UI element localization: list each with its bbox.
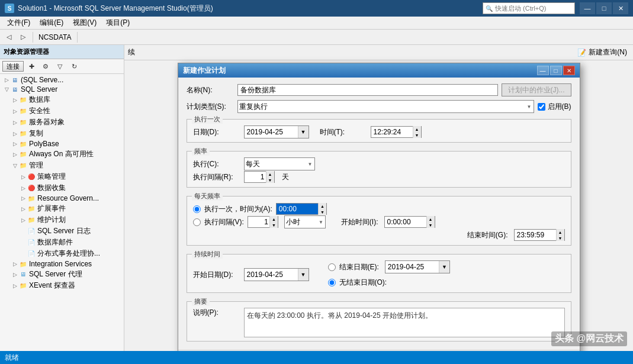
start-time-down-button[interactable]: ▼ [426,222,435,228]
desc-textarea[interactable]: 在每天的 23:00:00 执行。将从 2019-04-25 开始使用计划。 [244,308,565,337]
sidebar-btn-2[interactable]: ⚙ [39,60,52,72]
maximize-button[interactable]: □ [596,2,612,14]
sidebar-item-management[interactable]: ▽ 📁 管理 [0,160,124,171]
interval-down-button[interactable]: ▼ [269,222,278,228]
date-input[interactable] [245,126,298,138]
sidebar-refresh-button[interactable]: ↻ [68,60,81,72]
start-time-wrapper: ▲ ▼ [384,216,435,228]
exec-interval-input[interactable] [245,172,266,182]
tree-label: 安全性 [29,106,50,116]
time-down-button[interactable]: ▼ [413,132,421,138]
expand-icon: ▷ [2,76,11,84]
date-dropdown-button[interactable]: ▼ [298,126,309,138]
menu-edit[interactable]: 编辑(E) [35,17,68,29]
minimize-button[interactable]: — [580,2,595,14]
once-time-input[interactable] [277,204,318,214]
sidebar-item-sql-log[interactable]: 📄 SQL Server 日志 [0,226,124,237]
dialog-maximize-button[interactable]: □ [550,66,562,75]
sidebar-item-integration[interactable]: ▷ 📁 Integration Services [0,259,124,269]
toolbar-sep-2 [77,32,78,43]
expand-icon [19,239,27,247]
window-controls: — □ ✕ [580,2,628,14]
sidebar-item-polybase[interactable]: ▷ 📁 PolyBase [0,139,124,149]
enabled-checkbox[interactable] [538,103,545,111]
time-up-button[interactable]: ▲ [413,126,421,132]
sidebar-item-server-obj[interactable]: ▷ 📁 服务器对象 [0,117,124,128]
start-time-up-button[interactable]: ▲ [426,216,435,222]
server-icon: 🖥 [11,85,19,94]
menu-file[interactable]: 文件(F) [2,17,35,29]
close-button[interactable]: ✕ [613,2,628,14]
end-time-wrapper: ▲ ▼ [514,229,565,241]
sidebar-item-security[interactable]: ▷ 📁 安全性 [0,105,124,117]
toolbar-btn-1[interactable]: ◁ [2,31,15,43]
once-down-button[interactable]: ▼ [318,209,326,215]
menu-view[interactable]: 视图(V) [68,17,101,29]
toolbar-btn-2[interactable]: ▷ [17,31,30,43]
quick-search-bar[interactable]: 🔍 [483,2,575,14]
sidebar-item-dist-tx[interactable]: 📄 分布式事务处理协... [0,248,124,259]
end-time-down-button[interactable]: ▼ [556,235,564,241]
daily-freq-title: 每天频率 [192,192,223,201]
once-time-spin-buttons: ▲ ▼ [318,203,326,215]
interval-input[interactable] [248,217,269,227]
exec-select[interactable]: 每天每周每月 [244,157,315,170]
sidebar-item-databases[interactable]: ▷ 📁 数据库 [0,94,124,105]
sidebar-item-policy[interactable]: ▷ 🔴 策略管理 [0,171,124,182]
folder-icon: 📁 [27,194,36,202]
sidebar-item-xevent[interactable]: ▷ 📁 XEvent 探查器 [0,280,124,291]
summary-content: 说明(P): 在每天的 23:00:00 执行。将从 2019-04-25 开始… [193,305,565,337]
end-date-input[interactable] [385,261,439,273]
sidebar-item-replication[interactable]: ▷ 📁 复制 [0,128,124,139]
menu-project[interactable]: 项目(P) [101,17,134,29]
spinbox-up-button[interactable]: ▲ [266,171,274,177]
sidebar-item-server2[interactable]: ▽ 🖥 SQL Server [0,85,124,94]
sidebar-item-sql-agent[interactable]: ▷ 🖥 SQL Server 代理 [0,269,124,280]
time-input[interactable] [371,127,413,137]
content-area: 对象资源管理器 连接 ✚ ⚙ ▽ ↻ ▷ 🖥 (SQL Serve... ▽ 🖥 [0,45,633,351]
schedule-type-select[interactable]: 重复执行 执行一次 SQL Server 代理启动时自动启动 CPU 空闲时启动 [237,100,534,113]
expand-icon: ▷ [11,107,19,115]
sidebar-item-ext-events[interactable]: ▷ 📁 扩展事件 [0,203,124,214]
interval-up-button[interactable]: ▲ [269,216,278,222]
sidebar-item-maint-plans[interactable]: ▷ 📁 维护计划 [0,214,124,226]
end-date-dropdown-button[interactable]: ▼ [439,261,449,273]
sidebar-btn-1[interactable]: ✚ [25,60,38,72]
once-up-button[interactable]: ▲ [318,203,326,209]
end-time-input[interactable] [515,230,556,240]
end-time-up-button[interactable]: ▲ [556,229,564,235]
dialog-minimize-button[interactable]: — [537,66,549,75]
once-radio[interactable] [193,205,201,213]
jobs-button[interactable]: 计划中的作业(J)... [502,83,571,96]
connect-button[interactable]: 连接 [2,61,24,72]
spinbox-down-button[interactable]: ▼ [266,177,274,183]
start-date-input[interactable] [245,269,298,281]
end-date-radio[interactable] [328,263,336,271]
duration-section: 持续时间 开始日期(D): ▼ [187,254,571,293]
status-text: 就绪 [5,353,19,363]
name-input[interactable] [237,84,498,96]
sidebar-item-always-on[interactable]: ▷ 📁 Always On 高可用性 [0,149,124,160]
interval-unit-select[interactable]: 小时分钟秒 [284,215,326,228]
date-label: 日期(D): [193,127,240,137]
sidebar: 对象资源管理器 连接 ✚ ⚙ ▽ ↻ ▷ 🖥 (SQL Serve... ▽ 🖥 [0,45,124,351]
mail-icon: 📄 [27,239,36,247]
summary-section: 摘要 说明(P): 在每天的 23:00:00 执行。将从 2019-04-25… [187,301,571,342]
sidebar-item-db-mail[interactable]: 📄 数据库邮件 [0,237,124,248]
tree-label: 数据库 [29,95,50,105]
dialog-close-button[interactable]: ✕ [563,66,575,75]
sidebar-item-resource-gov[interactable]: ▷ 📁 Resource Govern... [0,194,124,203]
start-time-input[interactable] [385,217,426,227]
sidebar-btn-3[interactable]: ▽ [53,60,66,72]
folder-icon: 📁 [19,260,27,268]
sidebar-item-datacollect[interactable]: ▷ 🔴 数据收集 [0,182,124,194]
start-date-dropdown-button[interactable]: ▼ [298,269,309,281]
folder-icon: 📁 [19,150,27,159]
quick-search-input[interactable] [495,5,572,12]
interval-radio[interactable] [193,218,201,226]
no-end-date-radio[interactable] [328,279,336,286]
sidebar-item-server1[interactable]: ▷ 🖥 (SQL Serve... [0,75,124,85]
expand-icon: ▷ [19,173,27,181]
exec-row: 执行(C): 每天每周每月 [193,157,565,170]
name-label: 名称(N): [187,85,234,95]
